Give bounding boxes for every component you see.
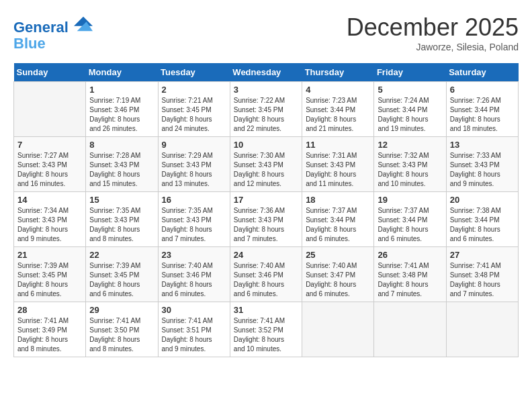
month-title: December 2025 [347,13,519,42]
logo-icon [74,13,93,32]
calendar-cell: 12Sunrise: 7:32 AM Sunset: 3:43 PM Dayli… [374,137,446,192]
day-number: 18 [306,195,370,205]
logo-general: General [13,19,69,36]
calendar-week-row: 1Sunrise: 7:19 AM Sunset: 3:46 PM Daylig… [14,82,519,137]
day-number: 22 [89,250,154,260]
calendar-cell: 7Sunrise: 7:27 AM Sunset: 3:43 PM Daylig… [14,137,86,192]
calendar-week-row: 21Sunrise: 7:39 AM Sunset: 3:45 PM Dayli… [14,247,519,302]
day-info: Sunrise: 7:30 AM Sunset: 3:43 PM Dayligh… [234,151,298,189]
day-info: Sunrise: 7:29 AM Sunset: 3:43 PM Dayligh… [162,151,226,189]
day-info: Sunrise: 7:40 AM Sunset: 3:46 PM Dayligh… [234,261,298,299]
day-info: Sunrise: 7:40 AM Sunset: 3:47 PM Dayligh… [306,261,370,299]
calendar-cell: 27Sunrise: 7:41 AM Sunset: 3:48 PM Dayli… [446,247,518,302]
calendar-cell: 3Sunrise: 7:22 AM Sunset: 3:45 PM Daylig… [230,82,302,137]
day-number: 24 [234,250,298,260]
day-info: Sunrise: 7:41 AM Sunset: 3:48 PM Dayligh… [450,261,515,299]
calendar-table: SundayMondayTuesdayWednesdayThursdayFrid… [13,63,519,357]
calendar-cell: 13Sunrise: 7:33 AM Sunset: 3:43 PM Dayli… [446,137,518,192]
calendar-cell: 26Sunrise: 7:41 AM Sunset: 3:48 PM Dayli… [374,247,446,302]
day-info: Sunrise: 7:35 AM Sunset: 3:43 PM Dayligh… [162,206,226,244]
weekday-header-wednesday: Wednesday [230,63,302,82]
day-info: Sunrise: 7:33 AM Sunset: 3:43 PM Dayligh… [450,151,515,189]
calendar-cell: 5Sunrise: 7:24 AM Sunset: 3:44 PM Daylig… [374,82,446,137]
day-info: Sunrise: 7:40 AM Sunset: 3:46 PM Dayligh… [162,261,226,299]
day-number: 23 [162,250,226,260]
day-info: Sunrise: 7:38 AM Sunset: 3:44 PM Dayligh… [450,206,515,244]
day-number: 8 [89,140,154,150]
day-number: 17 [234,195,298,205]
weekday-header-saturday: Saturday [446,63,518,82]
calendar-cell: 21Sunrise: 7:39 AM Sunset: 3:45 PM Dayli… [14,247,86,302]
day-info: Sunrise: 7:21 AM Sunset: 3:45 PM Dayligh… [162,96,226,134]
weekday-header-friday: Friday [374,63,446,82]
day-info: Sunrise: 7:22 AM Sunset: 3:45 PM Dayligh… [234,96,298,134]
calendar-cell: 17Sunrise: 7:36 AM Sunset: 3:43 PM Dayli… [230,192,302,247]
weekday-header-row: SundayMondayTuesdayWednesdayThursdayFrid… [14,63,519,82]
day-info: Sunrise: 7:41 AM Sunset: 3:48 PM Dayligh… [378,261,442,299]
weekday-header-monday: Monday [86,63,158,82]
calendar-cell: 20Sunrise: 7:38 AM Sunset: 3:44 PM Dayli… [446,192,518,247]
day-number: 20 [450,195,515,205]
calendar-week-row: 28Sunrise: 7:41 AM Sunset: 3:49 PM Dayli… [14,302,519,357]
day-number: 13 [450,140,515,150]
calendar-cell: 28Sunrise: 7:41 AM Sunset: 3:49 PM Dayli… [14,302,86,357]
day-number: 25 [306,250,370,260]
weekday-header-tuesday: Tuesday [158,63,230,82]
page-header: General Blue December 2025 Jaworze, Sile… [13,13,519,52]
day-info: Sunrise: 7:24 AM Sunset: 3:44 PM Dayligh… [378,96,442,134]
calendar-cell: 2Sunrise: 7:21 AM Sunset: 3:45 PM Daylig… [158,82,230,137]
calendar-cell [302,302,374,357]
day-info: Sunrise: 7:37 AM Sunset: 3:44 PM Dayligh… [306,206,370,244]
day-number: 30 [162,305,226,315]
day-info: Sunrise: 7:27 AM Sunset: 3:43 PM Dayligh… [17,151,82,189]
day-number: 19 [378,195,442,205]
calendar-cell: 6Sunrise: 7:26 AM Sunset: 3:44 PM Daylig… [446,82,518,137]
day-info: Sunrise: 7:36 AM Sunset: 3:43 PM Dayligh… [234,206,298,244]
day-info: Sunrise: 7:23 AM Sunset: 3:44 PM Dayligh… [306,96,370,134]
day-info: Sunrise: 7:41 AM Sunset: 3:52 PM Dayligh… [234,316,298,354]
day-info: Sunrise: 7:39 AM Sunset: 3:45 PM Dayligh… [89,261,154,299]
day-number: 12 [378,140,442,150]
calendar-cell: 23Sunrise: 7:40 AM Sunset: 3:46 PM Dayli… [158,247,230,302]
calendar-cell: 11Sunrise: 7:31 AM Sunset: 3:43 PM Dayli… [302,137,374,192]
day-info: Sunrise: 7:41 AM Sunset: 3:51 PM Dayligh… [162,316,226,354]
weekday-header-thursday: Thursday [302,63,374,82]
calendar-cell: 31Sunrise: 7:41 AM Sunset: 3:52 PM Dayli… [230,302,302,357]
calendar-cell: 24Sunrise: 7:40 AM Sunset: 3:46 PM Dayli… [230,247,302,302]
calendar-cell: 10Sunrise: 7:30 AM Sunset: 3:43 PM Dayli… [230,137,302,192]
day-number: 31 [234,305,298,315]
day-number: 28 [17,305,82,315]
calendar-cell: 1Sunrise: 7:19 AM Sunset: 3:46 PM Daylig… [86,82,158,137]
weekday-header-sunday: Sunday [14,63,86,82]
day-info: Sunrise: 7:34 AM Sunset: 3:43 PM Dayligh… [17,206,82,244]
calendar-cell: 4Sunrise: 7:23 AM Sunset: 3:44 PM Daylig… [302,82,374,137]
calendar-cell [14,82,86,137]
calendar-cell: 18Sunrise: 7:37 AM Sunset: 3:44 PM Dayli… [302,192,374,247]
day-number: 14 [17,195,82,205]
svg-marker-0 [74,17,93,26]
calendar-week-row: 14Sunrise: 7:34 AM Sunset: 3:43 PM Dayli… [14,192,519,247]
location: Jaworze, Silesia, Poland [347,42,519,52]
day-info: Sunrise: 7:32 AM Sunset: 3:43 PM Dayligh… [378,151,442,189]
day-number: 16 [162,195,226,205]
day-info: Sunrise: 7:28 AM Sunset: 3:43 PM Dayligh… [89,151,154,189]
day-info: Sunrise: 7:39 AM Sunset: 3:45 PM Dayligh… [17,261,82,299]
day-info: Sunrise: 7:26 AM Sunset: 3:44 PM Dayligh… [450,96,515,134]
day-number: 2 [162,85,226,95]
day-number: 10 [234,140,298,150]
day-number: 27 [450,250,515,260]
title-block: December 2025 Jaworze, Silesia, Poland [347,13,519,52]
day-info: Sunrise: 7:35 AM Sunset: 3:43 PM Dayligh… [89,206,154,244]
calendar-cell [446,302,518,357]
day-number: 11 [306,140,370,150]
day-number: 5 [378,85,442,95]
logo: General Blue [13,13,93,52]
day-number: 9 [162,140,226,150]
calendar-week-row: 7Sunrise: 7:27 AM Sunset: 3:43 PM Daylig… [14,137,519,192]
day-number: 1 [89,85,154,95]
day-info: Sunrise: 7:41 AM Sunset: 3:50 PM Dayligh… [89,316,154,354]
day-info: Sunrise: 7:41 AM Sunset: 3:49 PM Dayligh… [17,316,82,354]
calendar-cell: 14Sunrise: 7:34 AM Sunset: 3:43 PM Dayli… [14,192,86,247]
day-number: 6 [450,85,515,95]
calendar-cell: 22Sunrise: 7:39 AM Sunset: 3:45 PM Dayli… [86,247,158,302]
